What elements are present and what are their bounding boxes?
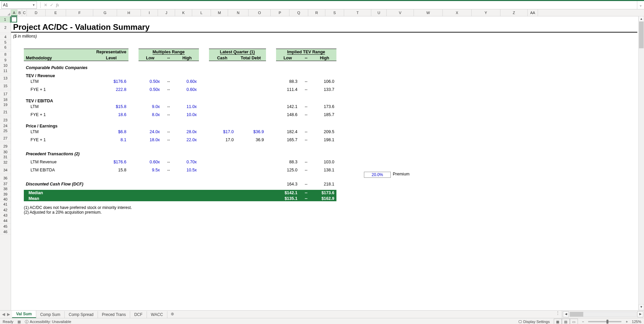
zoom-slider[interactable] [588,321,622,322]
col-header-G[interactable]: G [93,9,117,16]
check-icon[interactable]: ✓ [49,3,55,7]
row-header-1[interactable]: 1 [0,16,11,23]
add-sheet-button[interactable]: ⊕ [167,311,177,318]
col-header-Q[interactable]: Q [289,9,308,16]
scroll-left-icon[interactable]: ◀ [563,311,569,317]
col-header-J[interactable]: J [158,9,175,16]
cells[interactable]: Project AC/DC - Valuation Summary ($ in … [11,16,644,310]
tab-preced-trans[interactable]: Preced Trans [98,311,130,318]
row-header-10[interactable]: 10 [0,63,11,68]
col-header-T[interactable]: T [344,9,371,16]
row-header-13[interactable]: 13 [0,75,11,81]
accessibility-status[interactable]: ⓘAccessibility: Unavailable [25,319,71,324]
tab-next-icon[interactable]: ▶ [7,312,10,317]
macro-record-icon[interactable]: ▦ [17,320,21,324]
col-header-D[interactable]: D [27,9,46,16]
row-header-25[interactable]: 25 [0,128,11,133]
vertical-scrollbar[interactable]: ▲ ▼ [638,16,644,310]
row-header-46[interactable]: 46 [0,229,11,234]
col-header-F[interactable]: F [66,9,93,16]
col-header-B[interactable]: B [17,9,22,16]
row-header-34[interactable]: 34 [0,167,11,173]
row-header-15[interactable]: 15 [0,83,11,89]
scroll-down-icon[interactable]: ▼ [639,304,644,310]
col-header-O[interactable]: O [249,9,271,16]
row-header-8[interactable]: 8 [0,52,11,57]
row-header-17[interactable]: 17 [0,91,11,97]
tab-prev-icon[interactable]: ◀ [2,312,5,317]
col-header-A[interactable]: A [11,9,17,16]
horizontal-scrollbar[interactable]: ◀ ▶ [562,311,644,318]
row-header-42[interactable]: 42 [0,207,11,213]
formula-input[interactable] [60,2,637,8]
row-header-40[interactable]: 40 [0,197,11,202]
view-page-layout-icon[interactable]: ▤ [562,319,570,324]
row-header-36[interactable]: 36 [0,175,11,181]
col-header-C[interactable]: C [22,9,27,16]
view-normal-icon[interactable]: ▦ [554,319,562,324]
zoom-level[interactable]: 125% [632,320,641,324]
row-header-4[interactable]: 4 [0,34,11,40]
row-header-18[interactable]: 18 [0,97,11,102]
tab-nav[interactable]: ◀ ▶ [0,311,12,318]
scroll-thumb[interactable] [639,21,644,48]
tab-options-icon[interactable]: ⋮ [554,311,562,318]
col-header-AA[interactable]: AA [528,9,538,16]
col-header-X[interactable]: X [443,9,472,16]
row-header-23[interactable]: 23 [0,117,11,123]
formula-expand-icon[interactable]: ⌄ [637,1,644,9]
row-header-37[interactable]: 37 [0,181,11,186]
row-header-44[interactable]: 44 [0,218,11,224]
row-header-41[interactable]: 41 [0,202,11,207]
row-header-29[interactable]: 29 [0,143,11,150]
tab-comp-spread[interactable]: Comp Spread [65,311,98,318]
col-header-M[interactable]: M [211,9,228,16]
tab-dcf[interactable]: DCF [130,311,147,318]
col-header-V[interactable]: V [387,9,414,16]
zoom-out-icon[interactable]: − [582,320,584,324]
col-header-S[interactable]: S [325,9,344,16]
col-header-E[interactable]: E [46,9,66,16]
col-header-I[interactable]: I [141,9,158,16]
row-header-43[interactable]: 43 [0,213,11,218]
row-header-19[interactable]: 19 [0,102,11,107]
col-header-Y[interactable]: Y [472,9,500,16]
col-header-H[interactable]: H [117,9,141,16]
row-header-45[interactable]: 45 [0,224,11,229]
row-header-27[interactable]: 27 [0,135,11,142]
col-header-Z[interactable]: Z [500,9,528,16]
row-header-31[interactable]: 31 [0,155,11,160]
premium-input[interactable]: 20.0% [364,172,391,178]
fx-icon[interactable]: fx [55,3,60,8]
tab-val-sum[interactable]: Val Sum [12,311,36,318]
hscroll-thumb[interactable] [570,312,583,317]
row-header-21[interactable]: 21 [0,109,11,115]
col-header-R[interactable]: R [308,9,325,16]
col-header-P[interactable]: P [271,9,289,16]
col-header-U[interactable]: U [371,9,387,16]
col-header-L[interactable]: L [192,9,211,16]
row-header-5[interactable]: 5 [0,40,11,45]
tab-comp-sum[interactable]: Comp Sum [36,311,65,318]
row-header-2[interactable]: 2 [0,23,11,33]
row-header-24[interactable]: 24 [0,123,11,128]
tab-wacc[interactable]: WACC [147,311,167,318]
row-header-38[interactable]: 38 [0,186,11,192]
view-page-break-icon[interactable]: ▭ [570,319,578,324]
cancel-icon[interactable]: ✕ [43,3,49,7]
select-all-corner[interactable] [0,9,11,16]
chevron-down-icon[interactable]: ▼ [32,3,35,7]
row-header-11[interactable]: 11 [0,68,11,74]
zoom-in-icon[interactable]: + [626,320,628,324]
name-box[interactable]: A1 ▼ [1,1,37,9]
row-header-9[interactable]: 9 [0,57,11,63]
col-header-W[interactable]: W [414,9,443,16]
row-header-6[interactable]: 6 [0,45,11,50]
display-settings[interactable]: 🖵Display Settings [518,320,550,324]
col-header-N[interactable]: N [228,9,249,16]
row-header-39[interactable]: 39 [0,192,11,197]
col-header-K[interactable]: K [175,9,192,16]
row-header-30[interactable]: 30 [0,150,11,155]
scroll-right-icon[interactable]: ▶ [637,311,643,317]
row-header-32[interactable]: 32 [0,160,11,165]
